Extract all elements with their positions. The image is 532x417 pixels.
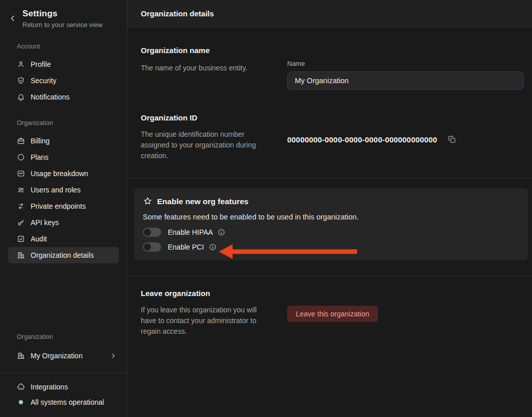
main-content: Organization details Organization name T…	[128, 0, 532, 417]
section-right: Leave this organization	[287, 289, 532, 337]
divider	[128, 178, 532, 179]
org-switcher-value: My Organization	[31, 352, 83, 360]
sidebar-footer: Integrations All systems operational	[0, 373, 127, 417]
sidebar-item-label: Organization details	[31, 251, 94, 259]
account-nav: Profile Security Notifications	[0, 56, 127, 105]
status-dot-icon	[19, 400, 23, 404]
organization-name-input[interactable]	[287, 71, 524, 90]
sidebar-item-private-endpoints[interactable]: Private endpoints	[8, 198, 119, 214]
sidebar-item-notifications[interactable]: Notifications	[8, 89, 119, 105]
sidebar-item-api-keys[interactable]: API keys	[8, 214, 119, 231]
leave-button-wrap: Leave this organization	[287, 289, 524, 322]
sidebar-title: Settings	[22, 9, 119, 19]
enable-hipaa-toggle[interactable]	[143, 228, 161, 237]
settings-sidebar: Settings Return to your service view Acc…	[0, 0, 128, 417]
section-left: Leave organization If you leave this org…	[141, 289, 287, 337]
sidebar-header: Settings Return to your service view	[0, 0, 127, 29]
info-icon[interactable]	[217, 228, 225, 236]
building-icon	[17, 352, 25, 360]
building-icon	[17, 251, 25, 259]
chevron-right-icon	[110, 352, 117, 359]
briefcase-icon	[17, 137, 25, 145]
section-left: Organization ID The unique identificatio…	[141, 113, 287, 161]
pci-toggle-row: Enable PCI	[143, 242, 519, 252]
organization-nav: Billing Plans Usage breakdown Users and …	[0, 133, 127, 263]
section-title: Leave organization	[141, 289, 271, 298]
toggle-label: Enable HIPAA	[168, 228, 213, 236]
sidebar-item-label: Audit	[31, 235, 47, 243]
toggle-label: Enable PCI	[168, 243, 204, 251]
audit-icon	[17, 235, 25, 243]
card-title: Enable new org features	[157, 197, 248, 206]
sidebar-item-label: Security	[31, 77, 57, 85]
sidebar-item-label: Users and roles	[31, 186, 81, 194]
status-label: All systems operational	[31, 398, 104, 406]
copy-icon[interactable]	[447, 135, 457, 144]
sidebar-item-label: Notifications	[31, 93, 69, 101]
org-switcher-label: Organization	[17, 333, 127, 340]
sidebar-item-label: API keys	[31, 218, 59, 227]
org-switcher[interactable]: My Organization	[8, 348, 119, 364]
sidebar-item-security[interactable]: Security	[8, 72, 119, 89]
sidebar-item-label: Private endpoints	[31, 202, 86, 210]
enable-features-card: Enable new org features Some features ne…	[134, 188, 528, 260]
organization-name-section: Organization name The name of your busin…	[128, 46, 532, 90]
section-description: The name of your business entity.	[141, 63, 271, 73]
org-id-row: 00000000-0000-0000-0000-000000000000	[287, 113, 524, 144]
sidebar-item-label: Billing	[31, 137, 49, 145]
user-icon	[17, 60, 25, 68]
page-title: Organization details	[141, 9, 214, 18]
sidebar-item-audit[interactable]: Audit	[8, 231, 119, 247]
card-description: Some features need to be enabled to be u…	[143, 213, 519, 221]
sidebar-item-billing[interactable]: Billing	[8, 133, 119, 149]
section-title: Organization name	[141, 46, 271, 55]
section-left: Organization name The name of your busin…	[141, 46, 287, 90]
sidebar-bottom: Organization My Organization Integration…	[0, 333, 127, 417]
section-description: If you leave this organization you will …	[141, 305, 271, 337]
enable-pci-toggle[interactable]	[143, 242, 161, 252]
section-description: The unique identification number assigne…	[141, 129, 271, 161]
organization-id-section: Organization ID The unique identificatio…	[128, 113, 532, 161]
name-field-label: Name	[287, 46, 524, 67]
integrations-label: Integrations	[31, 383, 68, 391]
info-icon[interactable]	[209, 243, 217, 251]
organization-id-value: 00000000-0000-0000-0000-000000000000	[287, 135, 437, 144]
sidebar-item-label: Usage breakdown	[31, 169, 88, 178]
key-icon	[17, 218, 25, 227]
sidebar-item-plans[interactable]: Plans	[8, 149, 119, 165]
hipaa-toggle-row: Enable HIPAA	[143, 227, 519, 237]
circle-icon	[17, 153, 25, 161]
star-icon	[143, 197, 153, 206]
leave-organization-section: Leave organization If you leave this org…	[128, 289, 532, 337]
divider	[128, 276, 532, 276]
chart-icon	[17, 169, 25, 178]
bell-icon	[17, 93, 25, 101]
system-status-item[interactable]: All systems operational	[8, 395, 119, 410]
section-right: Name	[287, 46, 532, 90]
sidebar-item-organization-details[interactable]: Organization details	[8, 247, 119, 263]
card-header: Enable new org features	[143, 197, 519, 206]
arrows-swap-icon	[17, 202, 25, 210]
shield-check-icon	[17, 77, 25, 85]
sidebar-subtitle: Return to your service view	[22, 21, 119, 29]
back-chevron-icon[interactable]	[8, 14, 17, 23]
sidebar-item-label: Profile	[31, 60, 51, 68]
sidebar-item-usage-breakdown[interactable]: Usage breakdown	[8, 165, 119, 182]
organization-section-label: Organization	[17, 119, 127, 127]
integrations-item[interactable]: Integrations	[8, 379, 119, 395]
sidebar-item-users-and-roles[interactable]: Users and roles	[8, 182, 119, 198]
users-icon	[17, 186, 25, 194]
feature-toggles: Enable HIPAA Enable PCI	[143, 227, 519, 252]
sidebar-item-profile[interactable]: Profile	[8, 56, 119, 72]
account-section-label: Account	[17, 43, 127, 50]
section-right: 00000000-0000-0000-0000-000000000000	[287, 113, 532, 161]
leave-organization-button[interactable]: Leave this organization	[287, 306, 378, 322]
puzzle-icon	[17, 383, 25, 391]
section-title: Organization ID	[141, 113, 271, 122]
page-header: Organization details	[128, 0, 532, 28]
sidebar-item-label: Plans	[31, 153, 48, 161]
